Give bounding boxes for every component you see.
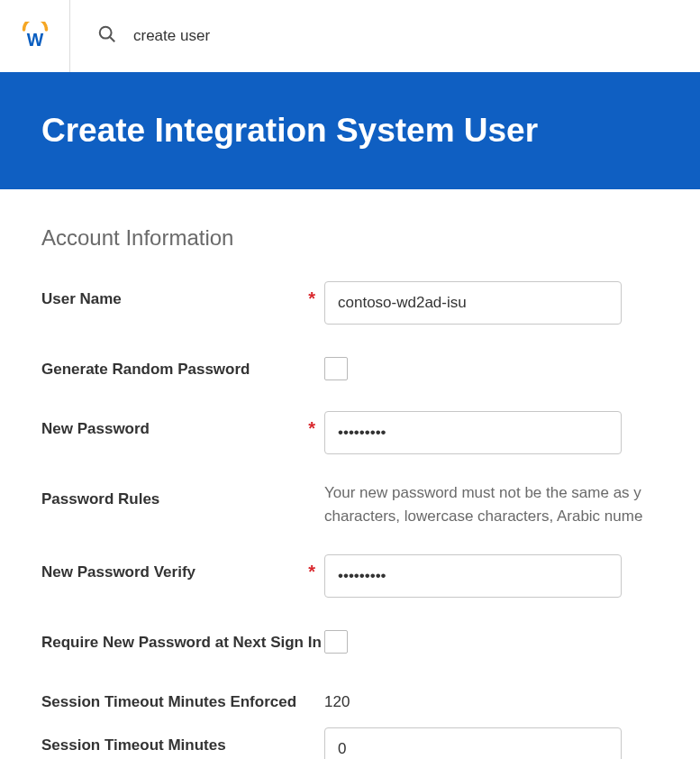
label-user-name: User Name *	[41, 281, 324, 308]
row-new-password: New Password *	[41, 411, 659, 454]
section-title: Account Information	[41, 225, 659, 251]
required-marker: *	[308, 562, 315, 582]
label-session-timeout-minutes: Session Timeout Minutes	[41, 727, 324, 754]
page-title: Create Integration System User	[41, 112, 659, 150]
row-session-timeout-minutes: Session Timeout Minutes	[41, 727, 659, 759]
label-new-password-verify: New Password Verify *	[41, 554, 324, 581]
row-session-timeout-enforced: Session Timeout Minutes Enforced 120	[41, 684, 659, 711]
svg-point-1	[100, 27, 112, 39]
svg-line-2	[110, 37, 114, 41]
row-password-rules: Password Rules Your new password must no…	[41, 481, 659, 527]
label-session-timeout-enforced: Session Timeout Minutes Enforced	[41, 684, 324, 711]
form-content: Account Information User Name * Generate…	[0, 189, 700, 759]
password-rules-text-1: Your new password must not be the same a…	[324, 481, 659, 505]
label-generate-random-password: Generate Random Password	[41, 352, 324, 379]
generate-random-password-checkbox[interactable]	[324, 357, 348, 380]
row-user-name: User Name *	[41, 281, 659, 325]
require-new-password-checkbox[interactable]	[324, 630, 348, 654]
row-new-password-verify: New Password Verify *	[41, 554, 659, 598]
required-marker: *	[308, 288, 315, 309]
page-banner: Create Integration System User	[0, 72, 700, 189]
search-icon[interactable]	[97, 24, 117, 48]
search-container	[70, 24, 404, 48]
required-marker: *	[308, 418, 315, 439]
svg-text:W: W	[26, 30, 43, 50]
search-input[interactable]	[133, 27, 404, 45]
password-rules-text-2: characters, lowercase characters, Arabic…	[324, 505, 659, 528]
user-name-input[interactable]	[324, 281, 622, 325]
new-password-input[interactable]	[324, 411, 622, 454]
logo-container: W	[0, 0, 70, 72]
topbar: W	[0, 0, 700, 72]
workday-logo[interactable]: W	[21, 22, 50, 50]
row-generate-random-password: Generate Random Password	[41, 352, 659, 384]
row-require-new-password: Require New Password at Next Sign In	[41, 625, 659, 657]
label-new-password: New Password *	[41, 411, 324, 438]
new-password-verify-input[interactable]	[324, 554, 622, 598]
workday-logo-icon: W	[21, 22, 50, 50]
label-require-new-password: Require New Password at Next Sign In	[41, 625, 324, 652]
label-password-rules: Password Rules	[41, 481, 324, 508]
session-timeout-enforced-value: 120	[324, 684, 659, 711]
session-timeout-minutes-input[interactable]	[324, 727, 622, 759]
